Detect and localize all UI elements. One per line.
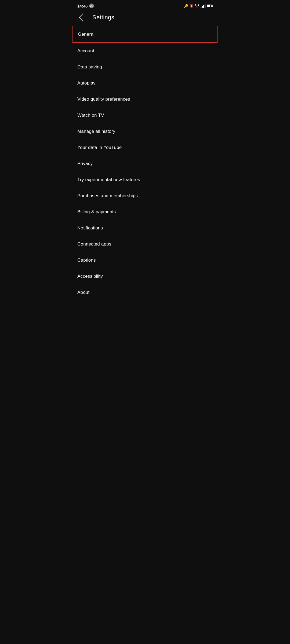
settings-item-account[interactable]: Account: [73, 43, 218, 59]
status-icons: 🔑 🔇: [184, 4, 213, 8]
settings-item-general[interactable]: General: [73, 26, 218, 43]
settings-item-captions[interactable]: Captions: [73, 252, 218, 268]
back-button[interactable]: [77, 13, 87, 21]
settings-item-connected-apps[interactable]: Connected apps: [73, 236, 218, 252]
settings-item-privacy[interactable]: Privacy: [73, 156, 218, 172]
status-time: 14:46 25: [77, 3, 94, 8]
settings-item-manage-history[interactable]: Manage all history: [73, 123, 218, 140]
mute-icon: 🔇: [190, 4, 194, 8]
settings-item-purchases[interactable]: Purchases and memberships: [73, 188, 218, 204]
settings-item-video-quality[interactable]: Video quality preferences: [73, 91, 218, 107]
settings-list: GeneralAccountData savingAutoplayVideo q…: [73, 26, 218, 301]
settings-item-watch-on-tv[interactable]: Watch on TV: [73, 107, 218, 123]
settings-item-about[interactable]: About: [73, 284, 218, 301]
settings-item-your-data[interactable]: Your data in YouTube: [73, 140, 218, 156]
settings-item-accessibility[interactable]: Accessibility: [73, 268, 218, 284]
wifi-icon: [195, 4, 199, 8]
back-arrow-icon: [79, 13, 87, 21]
key-icon: 🔑: [184, 4, 188, 8]
settings-item-experimental[interactable]: Try experimental new features: [73, 172, 218, 188]
settings-item-notifications[interactable]: Notifications: [73, 220, 218, 236]
signal-icon: [201, 4, 205, 8]
battery-icon: [207, 5, 213, 7]
page-title: Settings: [92, 14, 114, 21]
settings-item-billing[interactable]: Billing & payments: [73, 204, 218, 220]
notification-badge: 25: [89, 3, 94, 8]
settings-item-data-saving[interactable]: Data saving: [73, 59, 218, 75]
header: Settings: [73, 11, 218, 26]
settings-item-autoplay[interactable]: Autoplay: [73, 75, 218, 91]
status-bar: 14:46 25 🔑 🔇: [73, 0, 218, 11]
